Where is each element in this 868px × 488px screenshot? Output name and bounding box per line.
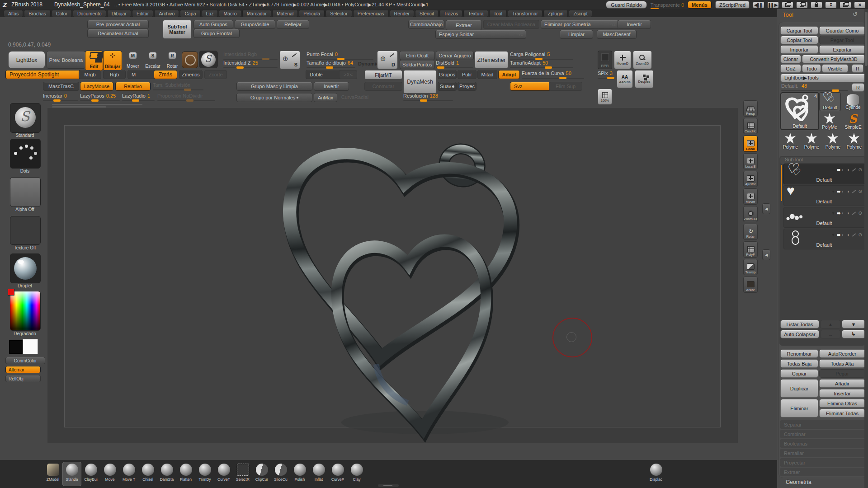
focal-shift-slider[interactable]: Punto Focal0 bbox=[307, 52, 373, 60]
eye-icon[interactable]: ⊙ bbox=[859, 232, 862, 237]
append-button[interactable]: Añadir bbox=[819, 379, 865, 388]
dynamesh-button[interactable]: DynaMesh bbox=[403, 70, 437, 94]
recent-tool-thumbnail[interactable]: Polyme bbox=[844, 132, 864, 150]
zadd-button[interactable]: Zmás bbox=[154, 70, 177, 79]
texture-thumbnail[interactable] bbox=[10, 216, 41, 245]
zremesher-button[interactable]: ZRemesher bbox=[475, 51, 508, 69]
delete-button[interactable]: Eliminar bbox=[780, 399, 818, 418]
stroke-picker-button[interactable]: ⊕ S bbox=[279, 51, 300, 69]
mask-blur-button[interactable]: MascDesenf bbox=[597, 30, 637, 39]
expand-arrow-icon[interactable]: ▾ bbox=[832, 167, 834, 172]
brush-shortcut[interactable]: Inflat bbox=[309, 462, 328, 486]
reset-icon[interactable]: ↺ bbox=[853, 11, 858, 18]
copy-tool-button[interactable]: Copiar Tool bbox=[780, 36, 818, 44]
paste-subtool-button[interactable]: Pegar bbox=[819, 369, 865, 378]
menu-item[interactable]: Brochas bbox=[24, 10, 51, 17]
brush-shortcut[interactable]: Move T bbox=[119, 462, 138, 486]
export-button[interactable]: Exportar bbox=[819, 45, 865, 54]
subdiv-size-slider[interactable]: Tam. Subdivisión bbox=[153, 82, 203, 90]
mrgb-button[interactable]: Mrgb bbox=[79, 70, 101, 79]
brush-shortcut[interactable]: Clay bbox=[347, 462, 366, 486]
menu-item[interactable]: Material bbox=[272, 10, 298, 17]
section-header[interactable]: Separar bbox=[780, 420, 866, 429]
weld-points-button[interactable]: SoldarPuntos bbox=[400, 60, 435, 69]
mirror-and-weld-button[interactable]: Espejo y Soldar *YZ bbox=[435, 30, 526, 39]
mask-transfer-button[interactable]: MascTrasC bbox=[43, 82, 79, 91]
r-button[interactable]: R bbox=[852, 64, 863, 73]
edit-button[interactable]: Edit bbox=[85, 51, 103, 71]
brush-shortcut[interactable]: CurveP bbox=[328, 462, 347, 486]
shift-down-button[interactable]: ↳ bbox=[842, 330, 865, 338]
move-up-button[interactable]: ▲ bbox=[820, 320, 841, 328]
radial-curve-button[interactable]: CurvaRadial bbox=[338, 93, 372, 101]
nav-strip-button[interactable]: Mover bbox=[743, 188, 758, 205]
brush-shortcut[interactable]: DamSta bbox=[157, 462, 176, 486]
group-masked-button[interactable]: Grupo Masc y Limpia bbox=[236, 82, 312, 91]
menu-item[interactable]: Pelicula bbox=[299, 10, 325, 17]
x-symmetry-button[interactable]: >X< bbox=[339, 70, 357, 79]
alternate-button[interactable]: Alternar bbox=[5, 366, 41, 373]
menu-item[interactable]: Trazos bbox=[439, 10, 463, 17]
material-thumbnail[interactable]: S bbox=[199, 51, 218, 68]
delete-all-button[interactable]: Eliminar Todas bbox=[819, 409, 865, 418]
eye-icon[interactable]: ⊙ bbox=[859, 211, 862, 216]
move-doc-button[interactable]: MoverD bbox=[614, 51, 631, 69]
brush-shortcut[interactable]: Flatten bbox=[176, 462, 195, 486]
autoreorder-button[interactable]: AutoReorder bbox=[819, 349, 865, 358]
active-tool-thumbnail[interactable]: 4 Default bbox=[780, 92, 819, 130]
nav-strip-button[interactable]: Dynamic Aislar bbox=[743, 277, 758, 293]
lazy-steps-slider[interactable]: LazyPasos0.25 bbox=[80, 93, 120, 101]
scroll-right-icon[interactable]: ▌▌▶ bbox=[768, 2, 778, 8]
adaptive-size-slider[interactable]: TamañoAdapt50 bbox=[510, 60, 573, 68]
brush-shortcut[interactable]: SelectR bbox=[233, 462, 252, 486]
section-header[interactable]: Extraer bbox=[780, 468, 866, 476]
menu-item[interactable]: Color bbox=[52, 10, 72, 17]
menu-item[interactable]: Render bbox=[390, 10, 414, 17]
paste-tool-button[interactable]: Pegar Tool bbox=[819, 36, 865, 44]
embed-slider[interactable]: Incrustar0 bbox=[43, 93, 78, 101]
group-front-button[interactable]: Grupo Frontal bbox=[193, 29, 240, 38]
brush-shortcut[interactable]: ClayBui bbox=[81, 462, 100, 486]
section-header[interactable]: Remallar bbox=[780, 449, 866, 457]
goz-all-button[interactable]: Todo bbox=[802, 64, 821, 73]
fix-mesh-button[interactable]: FijarMT bbox=[364, 70, 402, 80]
cascade-right-icon[interactable] bbox=[797, 2, 807, 8]
close-holes-button[interactable]: Cerrar Agujero bbox=[436, 51, 474, 60]
del-hidden-button[interactable]: Elim Ocult bbox=[400, 51, 435, 60]
nav-strip-button[interactable]: Transp bbox=[743, 259, 758, 275]
draw-size-slider[interactable]: Tamaño de dibujo64 bbox=[307, 60, 355, 68]
half-button[interactable]: Mitad bbox=[477, 70, 497, 79]
paint-icon[interactable] bbox=[852, 211, 856, 215]
invert-button[interactable]: Invertir bbox=[618, 20, 651, 29]
subtool-item[interactable]: ▾ ●● ◐ ◑ ⊙ Default bbox=[783, 229, 865, 249]
paint-icon[interactable] bbox=[852, 233, 856, 237]
list-all-button[interactable]: Listar Todas bbox=[780, 320, 819, 328]
draw-button[interactable]: -¦- Dibujar bbox=[103, 51, 122, 71]
menu-item[interactable]: Macro bbox=[219, 10, 241, 17]
sidebar-scrollbar[interactable] bbox=[864, 9, 868, 488]
quick-save-button[interactable]: Guard Rápido bbox=[606, 1, 647, 9]
secondary-color-swatch[interactable] bbox=[23, 339, 38, 354]
z-intensity-slider[interactable]: Intensidad Z25 bbox=[223, 60, 278, 68]
toolbar-scrollbar[interactable] bbox=[52, 104, 142, 105]
menu-item[interactable]: Selector bbox=[326, 10, 352, 17]
actual-size-button[interactable]: 100% bbox=[598, 89, 612, 105]
material-thumbnail-left[interactable] bbox=[10, 253, 41, 283]
subtool-item[interactable]: ▾ ●● ◐ ◑ ⊙ Default bbox=[783, 185, 865, 206]
recent-tool-thumbnail[interactable]: PolyMe bbox=[819, 112, 840, 130]
all-low-button[interactable]: Todas Baja bbox=[780, 359, 818, 368]
eye-icon[interactable]: ⊙ bbox=[859, 189, 862, 194]
groups-button[interactable]: Grupos bbox=[438, 70, 457, 79]
shift-right-button[interactable]: → bbox=[820, 330, 841, 338]
expand-arrow-icon[interactable]: ▾ bbox=[832, 189, 834, 194]
close-icon[interactable]: × bbox=[854, 2, 865, 8]
polypaint-icon[interactable]: ●● bbox=[836, 189, 839, 194]
aa-half-button[interactable]: AA AA50% bbox=[617, 70, 633, 88]
menu-item[interactable]: Archivo bbox=[154, 10, 179, 17]
spix-slider[interactable]: SPix3 bbox=[598, 70, 615, 79]
clean-button[interactable]: Limpiar bbox=[560, 30, 593, 39]
eye-icon[interactable]: ⊙ bbox=[859, 167, 862, 172]
paint-icon[interactable] bbox=[852, 190, 856, 193]
load-tool-button[interactable]: Cargar Tool bbox=[780, 26, 818, 35]
restore-icon[interactable] bbox=[840, 2, 851, 8]
